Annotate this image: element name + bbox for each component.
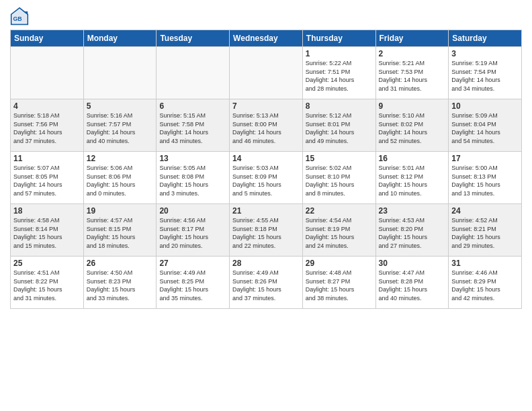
calendar-week-row: 1Sunrise: 5:22 AM Sunset: 7:51 PM Daylig…: [11, 47, 522, 99]
day-info: Sunrise: 5:05 AM Sunset: 8:08 PM Dayligh…: [159, 164, 226, 197]
calendar-cell: 26Sunrise: 4:50 AM Sunset: 8:23 PM Dayli…: [83, 257, 157, 309]
day-number: 8: [306, 101, 373, 111]
day-number: 29: [306, 259, 373, 268]
calendar-cell: 6Sunrise: 5:15 AM Sunset: 7:58 PM Daylig…: [157, 99, 230, 152]
day-info: Sunrise: 5:03 AM Sunset: 8:09 PM Dayligh…: [232, 164, 300, 197]
day-info: Sunrise: 4:51 AM Sunset: 8:22 PM Dayligh…: [13, 269, 81, 302]
day-info: Sunrise: 4:56 AM Sunset: 8:17 PM Dayligh…: [159, 216, 226, 250]
calendar-cell: 20Sunrise: 4:56 AM Sunset: 8:17 PM Dayli…: [157, 204, 230, 257]
calendar-header-friday: Friday: [375, 30, 449, 47]
calendar-cell: 9Sunrise: 5:10 AM Sunset: 8:02 PM Daylig…: [375, 99, 449, 152]
svg-text:GB: GB: [13, 15, 21, 22]
day-info: Sunrise: 5:12 AM Sunset: 8:01 PM Dayligh…: [306, 111, 373, 145]
day-number: 2: [379, 49, 446, 58]
page: GB SundayMondayTuesdayWednesdayThursdayF…: [0, 0, 532, 411]
calendar-header-tuesday: Tuesday: [157, 30, 230, 47]
day-number: 16: [379, 154, 446, 163]
calendar-week-row: 25Sunrise: 4:51 AM Sunset: 8:22 PM Dayli…: [11, 257, 522, 309]
day-number: 24: [451, 206, 519, 216]
calendar-header-sunday: Sunday: [11, 30, 84, 47]
calendar-cell: 10Sunrise: 5:09 AM Sunset: 8:04 PM Dayli…: [449, 99, 522, 152]
day-info: Sunrise: 5:18 AM Sunset: 7:56 PM Dayligh…: [13, 111, 81, 145]
day-number: 6: [159, 101, 226, 111]
day-number: 3: [451, 49, 519, 58]
calendar-cell: [83, 47, 157, 99]
day-info: Sunrise: 5:09 AM Sunset: 8:04 PM Dayligh…: [451, 111, 519, 145]
calendar-cell: 3Sunrise: 5:19 AM Sunset: 7:54 PM Daylig…: [449, 47, 522, 99]
day-info: Sunrise: 5:21 AM Sunset: 7:53 PM Dayligh…: [379, 59, 446, 93]
calendar-cell: 22Sunrise: 4:54 AM Sunset: 8:19 PM Dayli…: [302, 204, 375, 257]
day-info: Sunrise: 5:06 AM Sunset: 8:06 PM Dayligh…: [87, 164, 154, 197]
calendar-cell: 14Sunrise: 5:03 AM Sunset: 8:09 PM Dayli…: [230, 152, 303, 204]
day-info: Sunrise: 4:49 AM Sunset: 8:26 PM Dayligh…: [232, 269, 300, 302]
day-info: Sunrise: 4:52 AM Sunset: 8:21 PM Dayligh…: [451, 216, 519, 250]
calendar-header-monday: Monday: [83, 30, 157, 47]
calendar-week-row: 11Sunrise: 5:07 AM Sunset: 8:05 PM Dayli…: [11, 152, 522, 204]
day-number: 5: [87, 101, 154, 111]
calendar-cell: 28Sunrise: 4:49 AM Sunset: 8:26 PM Dayli…: [230, 257, 303, 309]
calendar-cell: 31Sunrise: 4:46 AM Sunset: 8:29 PM Dayli…: [449, 257, 522, 309]
day-number: 28: [232, 259, 300, 268]
calendar-week-row: 18Sunrise: 4:58 AM Sunset: 8:14 PM Dayli…: [11, 204, 522, 257]
day-number: 11: [13, 154, 81, 163]
logo-icon: GB: [10, 7, 29, 26]
calendar-cell: 15Sunrise: 5:02 AM Sunset: 8:10 PM Dayli…: [302, 152, 375, 204]
day-number: 9: [379, 101, 446, 111]
day-number: 23: [379, 206, 446, 216]
day-info: Sunrise: 5:13 AM Sunset: 8:00 PM Dayligh…: [232, 111, 300, 145]
day-number: 10: [451, 101, 519, 111]
day-info: Sunrise: 4:48 AM Sunset: 8:27 PM Dayligh…: [306, 269, 373, 302]
calendar-cell: 21Sunrise: 4:55 AM Sunset: 8:18 PM Dayli…: [230, 204, 303, 257]
day-number: 17: [451, 154, 519, 163]
calendar-cell: [11, 47, 84, 99]
calendar-cell: 25Sunrise: 4:51 AM Sunset: 8:22 PM Dayli…: [11, 257, 84, 309]
day-number: 12: [87, 154, 154, 163]
calendar-header-wednesday: Wednesday: [230, 30, 303, 47]
day-number: 31: [451, 259, 519, 268]
calendar-cell: 2Sunrise: 5:21 AM Sunset: 7:53 PM Daylig…: [375, 47, 449, 99]
calendar-header-saturday: Saturday: [449, 30, 522, 47]
calendar-cell: 27Sunrise: 4:49 AM Sunset: 8:25 PM Dayli…: [157, 257, 230, 309]
calendar-cell: 17Sunrise: 5:00 AM Sunset: 8:13 PM Dayli…: [449, 152, 522, 204]
day-info: Sunrise: 4:54 AM Sunset: 8:19 PM Dayligh…: [306, 216, 373, 250]
day-info: Sunrise: 4:55 AM Sunset: 8:18 PM Dayligh…: [232, 216, 300, 250]
day-info: Sunrise: 5:00 AM Sunset: 8:13 PM Dayligh…: [451, 164, 519, 197]
day-number: 18: [13, 206, 81, 216]
calendar-cell: 4Sunrise: 5:18 AM Sunset: 7:56 PM Daylig…: [11, 99, 84, 152]
calendar-cell: [230, 47, 303, 99]
calendar-cell: 30Sunrise: 4:47 AM Sunset: 8:28 PM Dayli…: [375, 257, 449, 309]
day-info: Sunrise: 5:02 AM Sunset: 8:10 PM Dayligh…: [306, 164, 373, 197]
day-info: Sunrise: 4:47 AM Sunset: 8:28 PM Dayligh…: [379, 269, 446, 302]
day-number: 21: [232, 206, 300, 216]
day-number: 14: [232, 154, 300, 163]
day-info: Sunrise: 4:50 AM Sunset: 8:23 PM Dayligh…: [87, 269, 154, 302]
calendar-cell: 11Sunrise: 5:07 AM Sunset: 8:05 PM Dayli…: [11, 152, 84, 204]
day-number: 26: [87, 259, 154, 268]
day-number: 4: [13, 101, 81, 111]
calendar-cell: 23Sunrise: 4:53 AM Sunset: 8:20 PM Dayli…: [375, 204, 449, 257]
header: GB: [10, 7, 522, 26]
day-number: 30: [379, 259, 446, 268]
day-info: Sunrise: 5:01 AM Sunset: 8:12 PM Dayligh…: [379, 164, 446, 197]
calendar-cell: 29Sunrise: 4:48 AM Sunset: 8:27 PM Dayli…: [302, 257, 375, 309]
day-number: 1: [306, 49, 373, 58]
day-number: 15: [306, 154, 373, 163]
logo: GB: [10, 7, 32, 26]
day-number: 19: [87, 206, 154, 216]
day-info: Sunrise: 5:16 AM Sunset: 7:57 PM Dayligh…: [87, 111, 154, 145]
calendar-cell: 5Sunrise: 5:16 AM Sunset: 7:57 PM Daylig…: [83, 99, 157, 152]
calendar-cell: 8Sunrise: 5:12 AM Sunset: 8:01 PM Daylig…: [302, 99, 375, 152]
day-info: Sunrise: 4:46 AM Sunset: 8:29 PM Dayligh…: [451, 269, 519, 302]
day-info: Sunrise: 5:07 AM Sunset: 8:05 PM Dayligh…: [13, 164, 81, 197]
day-number: 20: [159, 206, 226, 216]
day-info: Sunrise: 5:10 AM Sunset: 8:02 PM Dayligh…: [379, 111, 446, 145]
calendar-header-thursday: Thursday: [302, 30, 375, 47]
day-info: Sunrise: 5:15 AM Sunset: 7:58 PM Dayligh…: [159, 111, 226, 145]
calendar-week-row: 4Sunrise: 5:18 AM Sunset: 7:56 PM Daylig…: [11, 99, 522, 152]
day-info: Sunrise: 4:58 AM Sunset: 8:14 PM Dayligh…: [13, 216, 81, 250]
day-number: 7: [232, 101, 300, 111]
day-info: Sunrise: 5:19 AM Sunset: 7:54 PM Dayligh…: [451, 59, 519, 93]
calendar-cell: 7Sunrise: 5:13 AM Sunset: 8:00 PM Daylig…: [230, 99, 303, 152]
day-number: 25: [13, 259, 81, 268]
calendar-cell: 19Sunrise: 4:57 AM Sunset: 8:15 PM Dayli…: [83, 204, 157, 257]
